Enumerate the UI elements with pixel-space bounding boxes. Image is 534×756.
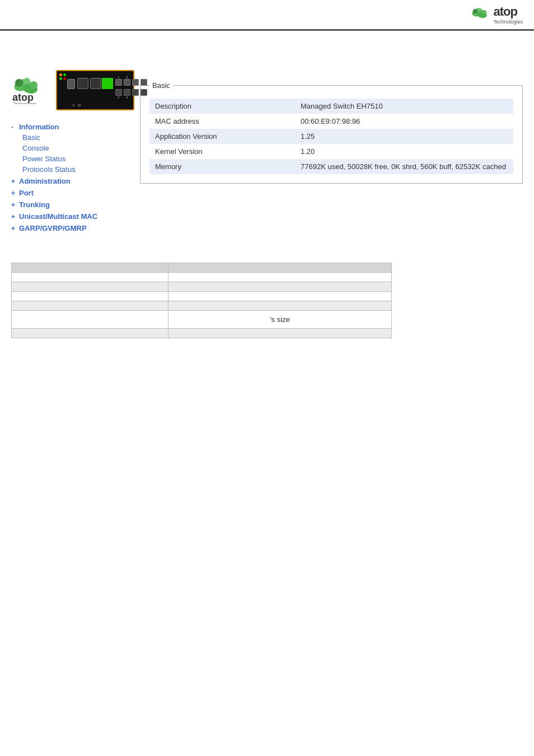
value-app-version: 1.25 xyxy=(295,129,513,144)
header-logo-sub: Technologies xyxy=(493,19,523,25)
left-column: atop Technologies xyxy=(11,36,134,235)
nav-indicator-unicast: + xyxy=(11,213,17,221)
basic-fieldset: Basic Description Managed Switch EH7510 … xyxy=(140,81,523,184)
value-memory: 77692K used, 50028K free, 0K shrd, 560K … xyxy=(295,159,513,174)
nav-section-garp: + GARP/GVRP/GMRP xyxy=(11,223,134,234)
svg-point-8 xyxy=(24,78,30,85)
nav-label-port: Port xyxy=(19,189,34,197)
table-row: Kernel Version 1.20 xyxy=(149,144,513,159)
device-logo-area: atop Technologies xyxy=(11,70,134,110)
bottom-cell xyxy=(168,282,392,292)
nav-section-administration: + Administration xyxy=(11,176,134,186)
table-row: Memory 77692K used, 50028K free, 0K shrd… xyxy=(149,159,513,174)
header-logo-name: atop xyxy=(493,4,523,19)
nav-indicator-port: + xyxy=(11,189,17,197)
nav-item-console[interactable]: Console xyxy=(22,143,134,153)
table-row: 's size xyxy=(12,311,392,329)
nav-indicator-trunking: + xyxy=(11,201,17,209)
svg-point-9 xyxy=(30,81,38,89)
nav-indicator-information: - xyxy=(11,123,17,131)
table-row xyxy=(12,292,392,301)
page-container: atop Technologies atop Tec xyxy=(0,0,534,756)
svg-text:atop: atop xyxy=(12,92,34,103)
svg-point-4 xyxy=(482,10,486,15)
atop-logo-icon xyxy=(470,7,493,25)
bottom-cell xyxy=(168,273,392,282)
nav-indicator-administration: + xyxy=(11,178,17,185)
nav-section-unicast: + Unicast/Multicast MAC xyxy=(11,211,134,222)
header-logo-text: atop Technologies xyxy=(493,4,523,25)
bottom-cell xyxy=(168,263,392,273)
bottom-table-section: 's size xyxy=(0,263,534,338)
nav-header-unicast[interactable]: + Unicast/Multicast MAC xyxy=(11,211,134,222)
basic-info-table: Description Managed Switch EH7510 MAC ad… xyxy=(149,99,513,174)
svg-text:Technologies: Technologies xyxy=(13,102,36,104)
label-kernel-version: Kernel Version xyxy=(149,144,295,159)
bottom-cell-size: 's size xyxy=(168,311,392,329)
nav-section-information: - Information Basic Console Power Status… xyxy=(11,122,134,175)
atop-small-logo: atop Technologies xyxy=(11,76,50,104)
atop-logo-svg: atop Technologies xyxy=(11,76,50,104)
table-row xyxy=(12,263,392,273)
label-app-version: Application Version xyxy=(149,129,295,144)
nav-header-administration[interactable]: + Administration xyxy=(11,176,134,186)
navigation: - Information Basic Console Power Status… xyxy=(11,122,134,234)
bottom-cell xyxy=(12,282,168,292)
nav-header-port[interactable]: + Port xyxy=(11,188,134,198)
right-column: Basic Description Managed Switch EH7510 … xyxy=(140,36,523,235)
nav-item-power-status[interactable]: Power Status xyxy=(22,153,134,164)
nav-header-trunking[interactable]: + Trunking xyxy=(11,199,134,210)
svg-point-2 xyxy=(473,9,477,13)
table-row xyxy=(12,273,392,282)
nav-section-trunking: + Trunking xyxy=(11,199,134,210)
bottom-cell xyxy=(12,301,168,311)
nav-label-trunking: Trunking xyxy=(19,200,50,209)
bottom-cell xyxy=(12,263,168,273)
table-row: MAC address 00:60:E9:07:98:96 xyxy=(149,114,513,129)
header: atop Technologies xyxy=(0,0,534,31)
nav-indicator-garp: + xyxy=(11,225,17,232)
nav-header-garp[interactable]: + GARP/GVRP/GMRP xyxy=(11,223,134,234)
switch-device-panel: 1 3 5 7 xyxy=(56,70,134,110)
nav-item-protocols-status[interactable]: Protocols Status xyxy=(22,164,134,175)
main-layout: atop Technologies xyxy=(0,31,534,246)
nav-sub-information: Basic Console Power Status Protocols Sta… xyxy=(11,132,134,175)
value-mac: 00:60:E9:07:98:96 xyxy=(295,114,513,129)
bottom-cell xyxy=(12,329,168,338)
basic-legend: Basic xyxy=(149,81,173,90)
bottom-cell xyxy=(168,329,392,338)
table-row xyxy=(12,329,392,338)
nav-label-administration: Administration xyxy=(19,177,71,185)
nav-label-information: Information xyxy=(19,123,59,131)
bottom-cell xyxy=(12,292,168,301)
header-logo: atop Technologies xyxy=(470,4,523,25)
nav-label-garp: GARP/GVRP/GMRP xyxy=(19,224,87,232)
bottom-cell xyxy=(168,292,392,301)
table-row: Application Version 1.25 xyxy=(149,129,513,144)
label-description: Description xyxy=(149,99,295,114)
bottom-info-table: 's size xyxy=(11,263,392,338)
bottom-cell xyxy=(168,301,392,311)
label-memory: Memory xyxy=(149,159,295,174)
value-kernel-version: 1.20 xyxy=(295,144,513,159)
bottom-cell xyxy=(12,273,168,282)
nav-section-port: + Port xyxy=(11,188,134,198)
nav-header-information[interactable]: - Information xyxy=(11,122,134,132)
nav-label-unicast: Unicast/Multicast MAC xyxy=(19,212,97,221)
nav-item-basic[interactable]: Basic xyxy=(22,132,134,143)
svg-point-7 xyxy=(15,79,23,87)
bottom-cell xyxy=(12,311,168,329)
svg-point-3 xyxy=(478,8,482,12)
table-row xyxy=(12,282,392,292)
value-description: Managed Switch EH7510 xyxy=(295,99,513,114)
table-row xyxy=(12,301,392,311)
table-row: Description Managed Switch EH7510 xyxy=(149,99,513,114)
label-mac: MAC address xyxy=(149,114,295,129)
